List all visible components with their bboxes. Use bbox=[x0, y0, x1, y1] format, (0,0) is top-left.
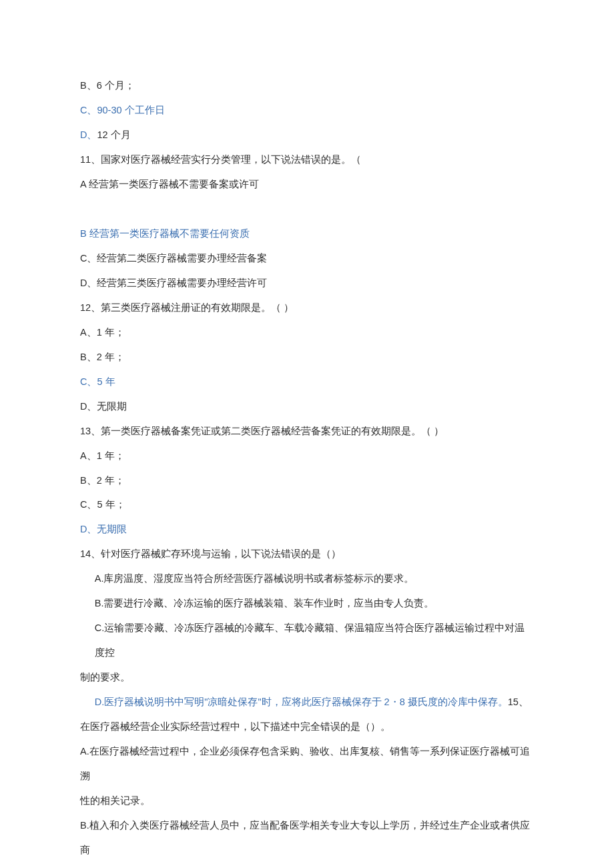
text-line: A.库房温度、湿度应当符合所经营医疗器械说明书或者标签标示的要求。 bbox=[80, 566, 534, 591]
text-line: C.运输需要冷藏、冷冻医疗器械的冷藏车、车载冷藏箱、保温箱应当符合医疗器械运输过… bbox=[80, 616, 534, 665]
text-line: C、5 年 bbox=[80, 370, 534, 394]
text-line: B、2 年； bbox=[80, 345, 534, 370]
text-line: A.在医疗器械经营过程中，企业必须保存包含采购、验收、出库复核、销售等一系列保证… bbox=[80, 739, 534, 789]
text-line: C、经营第二类医疗器械需要办理经营备案 bbox=[80, 246, 534, 271]
text-line: A、1 年； bbox=[80, 444, 534, 468]
text-line: C、5 年； bbox=[80, 492, 534, 517]
text-line bbox=[80, 197, 534, 222]
text-line: D、无限期 bbox=[80, 394, 534, 419]
text-line: 14、针对医疗器械贮存环境与运输，以下说法错误的是（） bbox=[80, 542, 534, 566]
text-line: 13、第一类医疗器械备案凭证或第二类医疗器械经营备案凭证的有效期限是。（ ） bbox=[80, 419, 534, 444]
text-line: B.需要进行冷藏、冷冻运输的医疗器械装箱、装车作业时，应当由专人负责。 bbox=[80, 591, 534, 616]
text-line: 培训的人员。 bbox=[80, 863, 534, 868]
text-line: A 经营第一类医疗器械不需要备案或许可 bbox=[80, 172, 534, 197]
text-segment: 12 个月 bbox=[97, 129, 130, 140]
text-line: B、2 年； bbox=[80, 468, 534, 493]
text-line: 制的要求。 bbox=[80, 665, 534, 690]
document-page: B、6 个月；C、90-30 个工作日D、12 个月11、国家对医疗器械经营实行… bbox=[0, 0, 614, 868]
text-line: D.医疗器械说明书中写明"凉暗处保存"时，应将此医疗器械保存于 2・8 摄氏度的… bbox=[80, 690, 534, 715]
text-line: 在医疗器械经营企业实际经营过程中，以下描述中完全错误的是（）。 bbox=[80, 715, 534, 739]
text-line: 性的相关记录。 bbox=[80, 789, 534, 813]
text-line: 11、国家对医疗器械经营实行分类管理，以下说法错误的是。（ bbox=[80, 147, 534, 172]
text-line: B.植入和介入类医疗器械经营人员中，应当配备医学相关专业大专以上学历，并经过生产… bbox=[80, 813, 534, 863]
text-segment: D.医疗器械说明书中写明"凉暗处保存"时，应将此医疗器械保存于 2・8 摄氏度的… bbox=[95, 697, 508, 707]
text-line: D、经营第三类医疗器械需要办理经营许可 bbox=[80, 271, 534, 296]
text-line: B、6 个月； bbox=[80, 73, 534, 98]
text-segment: D、 bbox=[80, 129, 97, 140]
text-line: C、90-30 个工作日 bbox=[80, 98, 534, 123]
text-line: D、12 个月 bbox=[80, 123, 534, 147]
text-line: A、1 年； bbox=[80, 320, 534, 345]
text-line: D、无期限 bbox=[80, 517, 534, 542]
text-line: B 经营第一类医疗器械不需要任何资质 bbox=[80, 222, 534, 246]
text-segment: 15、 bbox=[508, 697, 529, 707]
text-line: 12、第三类医疗器械注册证的有效期限是。（ ） bbox=[80, 296, 534, 320]
